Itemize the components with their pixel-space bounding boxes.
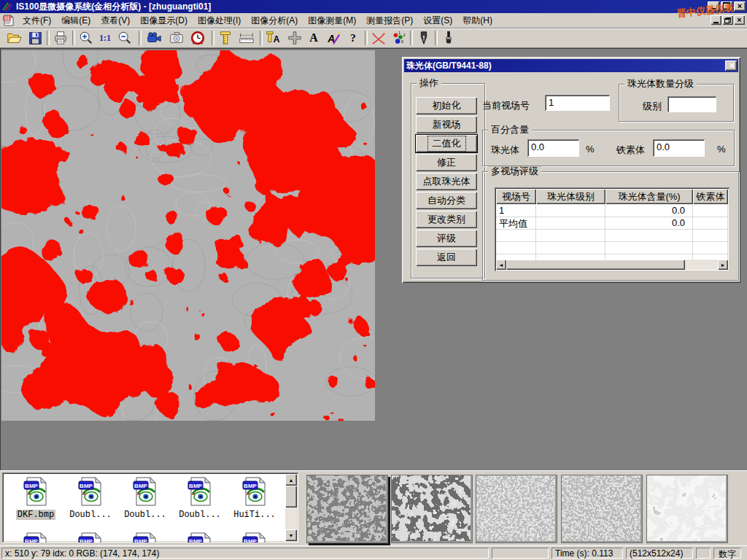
operations-group-label: 操作 <box>417 78 441 88</box>
horizontal-ruler-icon <box>239 30 255 46</box>
col-pearlite-content[interactable]: 珠光体含量(%) <box>605 189 693 204</box>
op-button-4[interactable]: 点取珠光体 <box>416 173 477 190</box>
minimize-button[interactable] <box>708 1 719 11</box>
help-button[interactable]: ? <box>344 29 363 47</box>
move-tool-button[interactable] <box>285 29 304 47</box>
col-ferrite[interactable]: 铁素体 <box>693 189 728 204</box>
measure-length-button[interactable] <box>216 29 235 47</box>
scroll-left-button[interactable]: ◄ <box>496 260 506 270</box>
file-item-row2-0[interactable]: BMP <box>9 532 62 542</box>
brush-tool-button[interactable] <box>439 29 458 47</box>
camera-button[interactable] <box>167 29 186 47</box>
file-item-row2-4[interactable]: BMP <box>228 532 281 542</box>
menu-item-2[interactable]: 查看(V) <box>96 13 135 28</box>
file-item-row2-2[interactable]: BMP <box>119 532 171 542</box>
pen-tool-button[interactable] <box>414 29 433 47</box>
menu-item-5[interactable]: 图像分析(A) <box>246 13 303 28</box>
grading-group-label: 珠光体数量分级 <box>624 79 697 89</box>
red-curve-icon <box>371 30 387 46</box>
maximize-button[interactable] <box>721 1 732 11</box>
file-list: BMP DKF.bmp BMP BMP Doubl... BMP <box>2 472 298 542</box>
status-image-size: (512x512x24) <box>626 548 693 559</box>
file-name[interactable]: Doubl... <box>177 510 222 520</box>
menu-item-9[interactable]: 帮助(H) <box>457 13 498 28</box>
close-button[interactable]: × <box>734 1 746 11</box>
multi-field-group-label: 多视场评级 <box>488 166 541 176</box>
mdi-minimize-button[interactable] <box>711 15 721 25</box>
menu-item-0[interactable]: 文件(F) <box>18 13 56 28</box>
delete-curve-button[interactable] <box>369 29 388 47</box>
print-button[interactable] <box>51 29 70 47</box>
menu-item-3[interactable]: 图像显示(D) <box>135 13 193 28</box>
menu-item-1[interactable]: 编辑(E) <box>56 13 96 28</box>
file-item-0[interactable]: BMP DKF.bmp <box>9 477 62 520</box>
bmp-file-icon: BMP <box>132 477 158 506</box>
svg-text:BMP: BMP <box>189 538 202 543</box>
file-scroll-up-button[interactable]: ▲ <box>285 474 297 486</box>
thumbnail-0[interactable] <box>306 475 388 543</box>
pearlite-dialog: 珠光体(GB/T9441-88) × 操作 初始化新视场二值化修正点取珠光体自动… <box>402 57 740 283</box>
mdi-restore-button[interactable] <box>722 15 733 25</box>
op-button-0[interactable]: 初始化 <box>416 97 477 114</box>
zoom-in-button[interactable] <box>77 29 96 47</box>
ferrite-percent-input[interactable]: 0.0 <box>653 139 705 157</box>
file-name[interactable]: Doubl... <box>123 510 168 520</box>
menu-item-6[interactable]: 图像测量(M) <box>303 13 361 28</box>
table-row[interactable]: 1 0.0 <box>496 204 728 217</box>
thumbnail-strip <box>301 470 747 545</box>
menu-item-7[interactable]: 测量报告(P) <box>361 13 418 28</box>
op-button-5[interactable]: 自动分类 <box>416 192 477 209</box>
file-item-4[interactable]: BMP HuiTi... <box>228 477 281 520</box>
bmp-file-icon: BMP <box>187 477 213 506</box>
level-input[interactable] <box>667 96 716 112</box>
col-pearlite-level[interactable]: 珠光体级别 <box>536 189 605 204</box>
zoom-actual-button[interactable]: 1:1 <box>96 29 115 47</box>
thumbnail-2[interactable] <box>476 475 557 543</box>
minimize-icon <box>711 8 716 9</box>
op-button-3[interactable]: 修正 <box>416 154 477 171</box>
status-empty-2 <box>696 548 711 559</box>
dialog-title-bar[interactable]: 珠光体(GB/T9441-88) × <box>404 59 738 72</box>
file-name[interactable]: Doubl... <box>68 510 113 520</box>
save-button[interactable] <box>26 29 44 47</box>
hscroll-thumb[interactable] <box>506 260 685 270</box>
menu-item-4[interactable]: 图像处理(I) <box>193 13 246 28</box>
mdi-close-button[interactable]: × <box>734 15 745 25</box>
scroll-right-button[interactable]: ► <box>718 260 728 270</box>
measure-distance-button[interactable] <box>237 29 256 47</box>
current-field-input[interactable]: 1 <box>545 95 610 111</box>
op-button-2[interactable]: 二值化 <box>416 135 477 152</box>
thumbnail-1[interactable] <box>391 475 473 543</box>
file-scroll-down-button[interactable]: ▼ <box>285 529 297 541</box>
op-button-8[interactable]: 返回 <box>416 249 477 266</box>
open-button[interactable] <box>4 29 23 47</box>
measure-annotate-button[interactable]: A <box>264 29 283 47</box>
menu-item-8[interactable]: 设置(S) <box>418 13 457 28</box>
thumbnail-3[interactable] <box>561 475 643 543</box>
dialog-close-button[interactable]: × <box>725 61 737 71</box>
zoom-out-button[interactable] <box>115 29 134 47</box>
file-name[interactable]: DKF.bmp <box>16 510 55 520</box>
timer-button[interactable] <box>188 29 207 47</box>
one-to-one-icon: 1:1 <box>99 33 111 44</box>
file-name[interactable]: HuiTi... <box>232 510 277 520</box>
file-item-row2-3[interactable]: BMP <box>174 532 226 542</box>
op-button-1[interactable]: 新视场 <box>416 116 477 133</box>
col-field-number[interactable]: 视场号 <box>496 189 536 204</box>
file-vscroll-thumb[interactable] <box>285 486 297 508</box>
file-item-row2-1[interactable]: BMP <box>64 532 117 542</box>
text-tool-button[interactable]: A <box>304 29 323 47</box>
text-edit-button[interactable]: A <box>324 29 343 47</box>
thumbnail-4[interactable] <box>646 475 728 543</box>
rgb-points-button[interactable]: 123 <box>390 29 409 47</box>
file-item-1[interactable]: BMP Doubl... <box>64 477 117 520</box>
vertical-caliper-icon <box>217 30 233 46</box>
video-capture-button[interactable] <box>144 29 163 47</box>
op-button-7[interactable]: 评级 <box>416 230 477 247</box>
table-row[interactable]: 平均值 0.0 <box>496 217 728 230</box>
op-button-6[interactable]: 更改类别 <box>416 211 477 228</box>
pearlite-percent-input[interactable]: 0.0 <box>527 139 579 157</box>
file-item-3[interactable]: BMP Doubl... <box>174 477 226 520</box>
metallographic-image[interactable] <box>1 50 375 421</box>
file-item-2[interactable]: BMP Doubl... <box>119 477 171 520</box>
